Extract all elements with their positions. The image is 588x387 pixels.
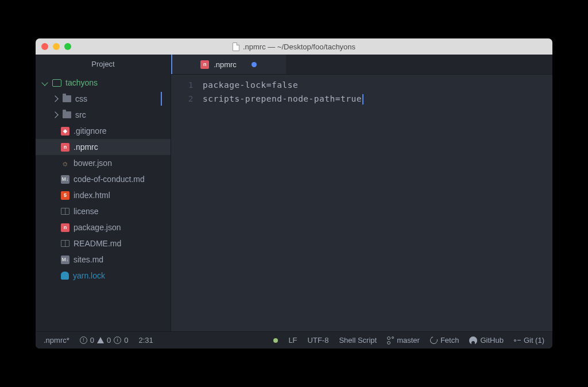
github-icon [469, 336, 477, 345]
branch-icon [387, 336, 394, 345]
folder-icon [63, 95, 71, 102]
git-icon: ◆ [61, 127, 69, 136]
tree-folder[interactable]: css [36, 91, 171, 107]
bower-icon: ☼ [61, 159, 69, 168]
status-grammar[interactable]: Shell Script [339, 336, 377, 345]
readme-icon [61, 240, 69, 247]
code-text: scripts-prepend-node-path=true [203, 94, 362, 103]
modified-indicator-icon [252, 62, 257, 67]
traffic-lights [41, 43, 71, 50]
tabbar: n .npmrc [171, 55, 552, 75]
tree-file[interactable]: yarn.lock [36, 268, 171, 284]
folder-label: css [75, 94, 87, 103]
file-label: README.md [74, 239, 121, 248]
file-label: license [74, 207, 99, 216]
npm-icon: n [61, 143, 69, 152]
chevron-down-icon[interactable] [41, 79, 48, 86]
gutter: 1 2 [171, 78, 203, 331]
npm-icon: n [200, 60, 209, 69]
statusbar: .npmrc* !0 0 i0 2:31 LF UTF-8 Shell Scri… [36, 331, 552, 349]
tab-npmrc[interactable]: n .npmrc [171, 55, 286, 74]
line-number: 1 [171, 78, 194, 92]
status-git[interactable]: Git (1) [514, 336, 544, 345]
warn-count: 0 [107, 336, 111, 345]
status-branch[interactable]: master [387, 336, 420, 345]
yarn-icon [61, 272, 69, 280]
minimize-icon[interactable] [53, 43, 60, 50]
status-cursor-pos[interactable]: 2:31 [139, 336, 153, 345]
tree-file[interactable]: n package.json [36, 219, 171, 235]
file-label: package.json [74, 223, 121, 232]
fetch-label: Fetch [440, 336, 459, 345]
status-diagnostics[interactable]: !0 0 i0 [80, 336, 129, 345]
file-label: code-of-conduct.md [74, 175, 145, 184]
file-label: bower.json [74, 158, 112, 168]
editor-area: n .npmrc 1 2 package-lock=false scripts-… [171, 55, 552, 331]
github-label: GitHub [480, 336, 503, 345]
tree-file[interactable]: ☼ bower.json [36, 155, 171, 171]
file-icon [233, 42, 239, 51]
git-label: Git (1) [524, 336, 544, 345]
status-eol[interactable]: LF [288, 336, 297, 345]
tab-label: .npmrc [214, 60, 237, 69]
file-label: sites.md [74, 255, 103, 264]
tree-file[interactable]: license [36, 203, 171, 219]
markdown-icon: M↓ [61, 175, 69, 184]
sidebar: Project tachyons css src [36, 55, 171, 331]
titlebar[interactable]: .npmrc — ~/Desktop/foo/tachyons [36, 38, 552, 55]
git-graph-icon [514, 339, 521, 342]
tree-file-selected[interactable]: n .npmrc [36, 139, 171, 155]
status-filename[interactable]: .npmrc* [44, 336, 69, 345]
folder-label: src [75, 110, 86, 119]
error-count: 0 [90, 336, 94, 345]
tree-file[interactable]: README.md [36, 235, 171, 251]
tree-root[interactable]: tachyons [36, 75, 171, 91]
code-text: package-lock=false [203, 80, 298, 90]
html-icon: 5 [61, 191, 69, 200]
error-icon: ! [80, 336, 87, 344]
editor[interactable]: 1 2 package-lock=false scripts-prepend-n… [171, 75, 552, 331]
status-encoding[interactable]: UTF-8 [308, 336, 329, 345]
file-label: .gitignore [74, 126, 107, 136]
info-icon: i [114, 336, 121, 344]
tree-file[interactable]: M↓ code-of-conduct.md [36, 171, 171, 187]
zoom-icon[interactable] [64, 43, 71, 50]
file-label: index.html [74, 191, 110, 200]
status-fetch[interactable]: Fetch [430, 336, 459, 345]
folder-icon [63, 111, 71, 118]
chevron-right-icon[interactable] [52, 111, 58, 118]
file-label: yarn.lock [73, 271, 105, 280]
info-count: 0 [124, 336, 128, 345]
status-clean[interactable] [273, 338, 278, 343]
code-line[interactable]: package-lock=false [203, 78, 552, 92]
tree-file[interactable]: M↓ sites.md [36, 251, 171, 268]
file-tree[interactable]: tachyons css src ◆ .gitignore n [36, 73, 171, 331]
status-github[interactable]: GitHub [469, 336, 503, 345]
tree-folder[interactable]: src [36, 107, 171, 123]
npm-icon: n [61, 223, 69, 232]
window-title-text: .npmrc — ~/Desktop/foo/tachyons [243, 42, 355, 51]
cursor-icon [362, 94, 363, 105]
window: .npmrc — ~/Desktop/foo/tachyons Project … [36, 38, 552, 349]
close-icon[interactable] [41, 43, 48, 50]
sidebar-header: Project [36, 55, 171, 73]
branch-label: master [397, 336, 420, 345]
tree-file[interactable]: ◆ .gitignore [36, 123, 171, 139]
sync-icon [429, 335, 439, 346]
tree-file[interactable]: 5 index.html [36, 187, 171, 203]
code[interactable]: package-lock=false scripts-prepend-node-… [203, 78, 552, 331]
clean-dot-icon [273, 338, 278, 343]
body: Project tachyons css src [36, 55, 552, 331]
project-icon [52, 79, 61, 87]
window-title: .npmrc — ~/Desktop/foo/tachyons [233, 42, 355, 51]
warn-icon [97, 337, 104, 343]
markdown-icon: M↓ [61, 256, 69, 264]
license-icon [61, 208, 69, 215]
root-label: tachyons [65, 78, 98, 87]
file-label: .npmrc [74, 142, 98, 152]
line-number: 2 [171, 92, 194, 106]
chevron-right-icon[interactable] [52, 95, 58, 102]
code-line[interactable]: scripts-prepend-node-path=true [203, 92, 552, 106]
